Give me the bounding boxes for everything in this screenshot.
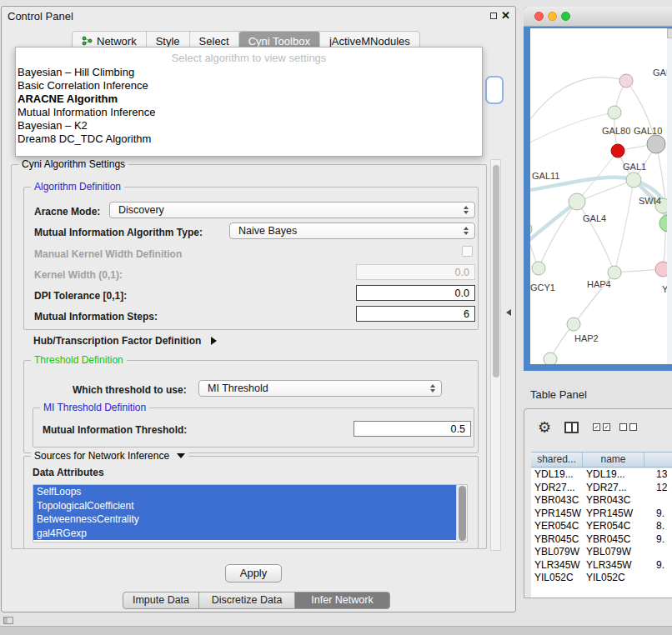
algorithm-definition-group: Algorithm Definition Aracne Mode: Discov… (23, 187, 479, 330)
network-view-window: GAL8GAL80GAL10GAL11GAL1SWI4GAL4GCY1HAP4Y… (524, 7, 672, 371)
tab-discretize-data[interactable]: Discretize Data (198, 592, 295, 609)
table-row[interactable]: YDL19...YDL19...13 (531, 468, 672, 482)
mi-threshold-label: Mutual Information Threshold: (43, 424, 187, 436)
sources-group: Sources for Network Inference Data Attri… (23, 456, 479, 549)
sources-title: Sources for Network Inference (34, 450, 169, 462)
combobox-value: Naive Bayes (238, 225, 297, 237)
tab-infer-network[interactable]: Infer Network (294, 592, 390, 609)
table-body: YDL19...YDL19...13YDR27...YDR27...12YBR0… (531, 468, 672, 598)
network-node[interactable] (532, 262, 545, 275)
apply-button[interactable]: Apply (225, 564, 282, 582)
group-title: Cyni Algorithm Settings (18, 158, 128, 170)
float-panel-icon[interactable] (490, 12, 497, 19)
kernel-width-field[interactable]: 0.0 (356, 264, 475, 280)
table-row[interactable]: YIL052CYIL052C (531, 572, 672, 585)
algorithm-combobox-fragment[interactable] (485, 76, 504, 104)
network-canvas[interactable]: GAL8GAL80GAL10GAL11GAL1SWI4GAL4GCY1HAP4Y… (530, 28, 667, 364)
bottom-tab-strip: Impute Data Discretize Data Infer Networ… (123, 592, 390, 609)
mi-steps-label: Mutual Information Steps: (34, 311, 158, 322)
algorithm-popup: Select algorithm to view settings Bayesi… (15, 47, 483, 157)
status-strip (0, 626, 672, 635)
network-node[interactable] (569, 193, 585, 210)
close-traffic-light-icon[interactable] (534, 12, 544, 21)
data-attribute-item[interactable]: TopologicalCoefficient (33, 499, 456, 513)
manual-kernel-checkbox[interactable] (462, 246, 473, 257)
network-node[interactable] (619, 74, 633, 88)
mi-type-combobox[interactable]: Naive Bayes (229, 222, 475, 239)
network-icon (82, 36, 93, 46)
expand-arrow-icon (211, 337, 217, 345)
combobox-value: MI Threshold (208, 382, 268, 394)
network-node[interactable] (608, 106, 621, 119)
algorithm-option[interactable]: Basic Correlation Inference (16, 79, 482, 92)
network-canvas-scroll-strip[interactable] (667, 28, 672, 364)
network-node[interactable] (659, 215, 667, 232)
data-attributes-label: Data Attributes (33, 467, 104, 478)
data-attribute-item[interactable]: SelfLoops (33, 485, 456, 499)
algorithm-popup-list: Bayesian – Hill ClimbingBasic Correlatio… (16, 66, 482, 146)
which-threshold-combobox[interactable]: MI Threshold (198, 380, 442, 397)
network-edge (614, 180, 634, 272)
aracne-mode-combobox[interactable]: Discovery (109, 202, 475, 218)
hub-definition-toggle[interactable]: Hub/Transcription Factor Definition (33, 335, 217, 347)
mi-steps-field[interactable]: 6 (356, 306, 475, 322)
which-threshold-label: Which threshold to use: (73, 384, 187, 396)
data-attribute-item[interactable]: gal4RGexp (33, 527, 456, 541)
algorithm-option[interactable]: Dream8 DC_TDC Algorithm (16, 132, 482, 146)
network-window-titlebar[interactable] (524, 7, 672, 27)
kernel-width-label: Kernel Width (0,1): (34, 269, 123, 281)
column-header-clipped[interactable] (644, 452, 672, 467)
tab-impute-data[interactable]: Impute Data (123, 592, 199, 609)
settings-scrollbar[interactable] (490, 159, 501, 551)
network-node[interactable] (626, 172, 641, 188)
table-row[interactable]: YBR043CYBR043C (531, 494, 672, 508)
group-title: Threshold Definition (31, 354, 127, 366)
network-node[interactable] (608, 266, 621, 279)
algorithm-option[interactable]: Mutual Information Inference (16, 106, 482, 119)
list-scrollbar[interactable] (456, 485, 467, 542)
restore-panel-icon[interactable] (3, 617, 13, 624)
network-graph: GAL8GAL80GAL10GAL11GAL1SWI4GAL4GCY1HAP4Y… (530, 28, 667, 364)
select-all-icon[interactable]: ✓✓ (593, 423, 610, 431)
minimize-traffic-light-icon[interactable] (548, 12, 557, 21)
data-attribute-item[interactable]: BetweennessCentrality (33, 512, 456, 527)
network-node[interactable] (530, 222, 532, 236)
network-node[interactable] (567, 318, 580, 331)
close-icon[interactable]: ✕ (501, 9, 510, 22)
node-label: HAP4 (587, 279, 611, 289)
sources-toggle[interactable]: Sources for Network Inference (31, 450, 188, 462)
node-label: GAL11 (532, 171, 559, 181)
table-row[interactable]: YLR345WYLR345W9. (531, 559, 672, 572)
table-row[interactable]: YBR045CYBR045C9. (531, 533, 672, 547)
mi-threshold-group: MI Threshold Definition Mutual Informati… (33, 408, 474, 448)
hub-definition-label: Hub/Transcription Factor Definition (33, 335, 201, 347)
combobox-value: Discovery (118, 204, 164, 216)
table-row[interactable]: YBL079WYBL079W (531, 546, 672, 559)
network-node[interactable] (647, 135, 665, 153)
algorithm-option[interactable]: Bayesian – Hill Climbing (16, 66, 482, 79)
table-row[interactable]: YPR145WYPR145W9. (531, 508, 672, 521)
collapse-arrow-icon (177, 453, 185, 458)
zoom-traffic-light-icon[interactable] (561, 12, 570, 21)
columns-icon[interactable] (564, 422, 579, 433)
tab-label: Cyni Toolbox (248, 35, 310, 48)
splitpane-collapse-icon[interactable] (506, 309, 511, 316)
table-row[interactable]: YDR27...YDR27...12 (531, 482, 672, 495)
dpi-tolerance-field[interactable]: 0.0 (356, 285, 475, 301)
cyni-algorithm-settings-group: Cyni Algorithm Settings Algorithm Defini… (11, 164, 487, 549)
column-header-shared-name[interactable]: shared... (531, 452, 583, 467)
column-header-name[interactable]: name (583, 452, 644, 467)
network-node[interactable] (611, 144, 624, 158)
mi-threshold-field[interactable]: 0.5 (354, 421, 471, 437)
deselect-all-icon[interactable] (619, 423, 637, 431)
table-row[interactable]: YER054CYER054C8. (531, 520, 672, 533)
algorithm-option[interactable]: ARACNE Algorithm (16, 92, 482, 106)
network-edge (539, 202, 577, 268)
mi-type-label: Mutual Information Algorithm Type: (34, 227, 203, 238)
table-panel-title: Table Panel (530, 388, 587, 401)
algorithm-option[interactable]: Bayesian – K2 (16, 119, 482, 132)
gear-icon[interactable]: ⚙ (538, 418, 551, 437)
network-node[interactable] (655, 262, 667, 277)
tab-label: jActiveMNodules (329, 35, 410, 48)
network-node[interactable] (544, 352, 557, 364)
